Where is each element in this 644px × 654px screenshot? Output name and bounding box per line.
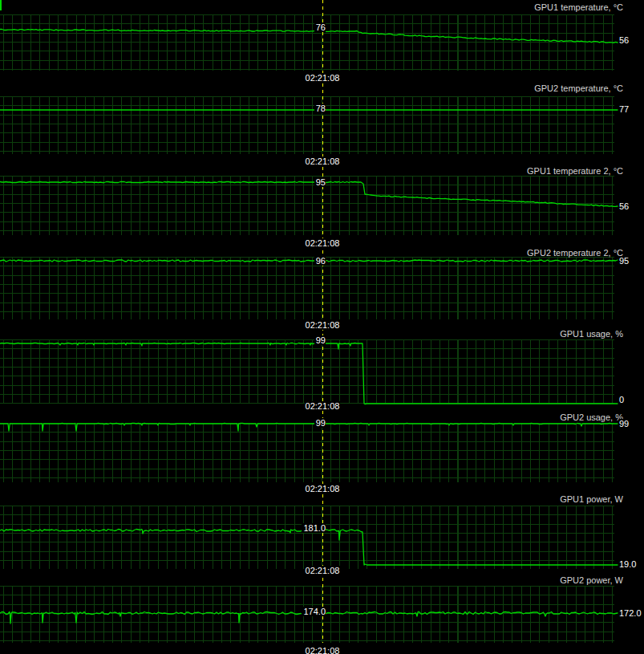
cursor-timestamp: 02:21:08 <box>242 156 403 166</box>
cursor-value-label: 95 <box>314 177 326 187</box>
panel-title: GPU2 usage, % <box>560 412 623 423</box>
panel-title: GPU1 temperature, °C <box>534 2 623 13</box>
panel-title: GPU2 temperature, °C <box>534 83 623 94</box>
cursor-timestamp: 02:21:08 <box>242 73 403 83</box>
cursor-value-label: 76 <box>314 22 326 32</box>
sensor-trace <box>0 176 619 238</box>
cursor-timestamp-text: 02:21:08 <box>305 566 341 575</box>
latest-value-label: 99 <box>619 419 630 429</box>
latest-value-label: 77 <box>619 104 630 114</box>
latest-value-label: 56 <box>619 35 630 45</box>
cursor-value-label: 174.0 <box>302 607 326 616</box>
cursor-timestamp-text: 02:21:08 <box>305 484 341 494</box>
cursor-timestamp-text: 02:21:08 <box>305 73 341 83</box>
cursor-value-label: 96 <box>314 256 326 266</box>
panel-title: GPU2 temperature 2, °C <box>527 248 623 258</box>
sensor-trace <box>0 257 619 322</box>
latest-value-label: 95 <box>619 256 630 266</box>
cursor-timestamp: 02:21:08 <box>242 566 403 575</box>
sensor-trace <box>0 506 619 571</box>
cursor-timestamp-text: 02:21:08 <box>305 401 341 411</box>
cursor-timestamp: 02:21:08 <box>242 401 403 411</box>
sensor-trace <box>0 339 619 406</box>
gpu-sensor-graph-window: GPU1 temperature, °C765602:21:08GPU2 tem… <box>0 0 644 654</box>
cursor-timestamp: 02:21:08 <box>242 320 403 330</box>
cursor-value-label: 99 <box>314 418 326 428</box>
cursor-timestamp-text: 02:21:08 <box>305 238 341 248</box>
cursor-timestamp: 02:21:08 <box>242 646 403 654</box>
latest-value-label: 0 <box>619 395 626 404</box>
cursor-timestamp: 02:21:08 <box>242 484 403 494</box>
cursor-value-label: 181.0 <box>302 523 326 533</box>
cursor-timestamp-text: 02:21:08 <box>305 646 341 654</box>
cursor-value-label: 99 <box>314 335 326 345</box>
panel-title: GPU2 power, W <box>560 575 623 586</box>
sensor-trace <box>0 14 619 73</box>
panel-title: GPU1 usage, % <box>560 329 623 339</box>
trace-edge-artifact <box>0 0 2 10</box>
cursor-value-label: 78 <box>314 104 326 113</box>
latest-value-label: 19.0 <box>619 559 638 569</box>
cursor-timestamp-text: 02:21:08 <box>305 156 341 166</box>
latest-value-label: 172.0 <box>619 608 643 618</box>
cursor-timestamp: 02:21:08 <box>242 238 403 248</box>
panel-title: GPU1 power, W <box>560 494 623 505</box>
latest-value-label: 56 <box>619 201 630 211</box>
cursor-timestamp-text: 02:21:08 <box>305 320 341 330</box>
sensor-trace <box>0 96 619 156</box>
panel-title: GPU1 temperature 2, °C <box>527 166 623 177</box>
sensor-trace <box>0 423 619 485</box>
